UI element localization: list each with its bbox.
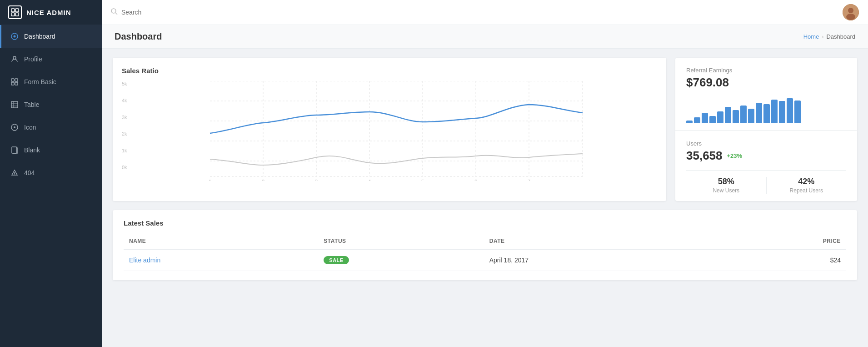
- svg-text:5: 5: [421, 179, 424, 181]
- users-label: Users: [686, 140, 846, 147]
- bar-chart-bar: [794, 101, 801, 123]
- icon-icon: [10, 123, 19, 131]
- sidebar-item-icon[interactable]: Icon: [0, 116, 102, 139]
- repeat-users-label: Repeat Users: [767, 187, 847, 194]
- referral-earnings-amount: $769.08: [686, 75, 846, 90]
- search-input[interactable]: [121, 9, 212, 16]
- new-users-label: New Users: [686, 187, 766, 194]
- sales-ratio-card: Sales Ratio 0k 1k 2k 3k 4k 5k: [113, 58, 666, 201]
- svg-point-19: [15, 174, 15, 175]
- new-users-item: 58% New Users: [686, 177, 766, 194]
- bar-chart-bar: [725, 107, 731, 123]
- 404-icon: [10, 169, 19, 177]
- bar-chart-bar: [748, 109, 754, 123]
- svg-point-23: [848, 8, 853, 13]
- col-name: NAME: [124, 233, 318, 249]
- sidebar-item-404[interactable]: 404: [0, 161, 102, 184]
- bar-chart-bar: [779, 101, 785, 123]
- bar-chart-bar: [771, 100, 778, 123]
- svg-point-24: [846, 14, 855, 20]
- svg-rect-11: [11, 101, 18, 108]
- app-name: NICE ADMIN: [26, 9, 71, 16]
- repeat-users-pct: 42%: [767, 177, 847, 186]
- svg-rect-0: [11, 9, 15, 12]
- latest-sales-card: Latest Sales NAME STATUS DATE PRICE Elit…: [113, 210, 857, 280]
- svg-rect-8: [15, 79, 18, 81]
- referral-earnings-card: Referral Earnings $769.08: [675, 58, 857, 131]
- form-basic-icon: [10, 78, 19, 86]
- col-price: PRICE: [714, 233, 846, 249]
- col-date: DATE: [484, 233, 714, 249]
- col-status: STATUS: [318, 233, 484, 249]
- sidebar-table-label: Table: [24, 101, 39, 108]
- svg-rect-17: [12, 147, 16, 153]
- repeat-users-item: 42% Repeat Users: [766, 177, 847, 194]
- dashboard-icon: [10, 32, 19, 40]
- sidebar-item-dashboard[interactable]: Dashboard: [0, 25, 102, 48]
- users-card: Users 35,658 +23% 58% New Users 42%: [675, 131, 857, 201]
- sidebar-item-blank[interactable]: Blank: [0, 139, 102, 161]
- bar-chart-bar: [702, 113, 708, 123]
- breadcrumb-separator: ›: [822, 34, 823, 40]
- avatar[interactable]: [843, 4, 859, 20]
- svg-text:2: 2: [262, 179, 264, 181]
- breadcrumb-home[interactable]: Home: [803, 33, 819, 40]
- sidebar-item-form-basic[interactable]: Form Basic: [0, 70, 102, 93]
- sales-chart: .grid-line { stroke: #e0e0e0; stroke-wid…: [135, 81, 657, 181]
- avatar-image: [843, 4, 859, 20]
- sidebar-blank-label: Blank: [24, 146, 40, 154]
- sales-ratio-title: Sales Ratio: [122, 67, 657, 75]
- bar-chart-bar: [694, 117, 700, 123]
- sidebar-item-profile[interactable]: Profile: [0, 48, 102, 70]
- svg-text:1: 1: [209, 179, 211, 181]
- bar-chart-bar: [756, 103, 762, 123]
- referral-earnings-label: Referral Earnings: [686, 67, 846, 74]
- bar-chart-bar: [763, 104, 770, 123]
- svg-rect-9: [11, 82, 14, 85]
- users-count: 35,658: [686, 149, 723, 163]
- svg-point-5: [14, 35, 16, 38]
- logo-area: NICE ADMIN: [0, 0, 102, 25]
- chart-y-labels: 0k 1k 2k 3k 4k 5k: [122, 81, 135, 170]
- bar-chart-bar: [740, 106, 747, 123]
- sale-date-cell: April 18, 2017: [484, 249, 714, 271]
- sidebar-item-table[interactable]: Table: [0, 93, 102, 116]
- svg-point-16: [14, 126, 15, 128]
- users-split: 58% New Users 42% Repeat Users: [686, 170, 846, 194]
- blank-icon: [10, 146, 19, 154]
- main-row: Sales Ratio 0k 1k 2k 3k 4k 5k: [113, 58, 857, 201]
- search-icon: [111, 8, 118, 16]
- latest-sales-title: Latest Sales: [124, 219, 846, 227]
- svg-rect-3: [15, 13, 19, 16]
- svg-rect-2: [11, 13, 15, 16]
- sale-price-cell: $24: [714, 249, 846, 271]
- breadcrumb-current: Dashboard: [826, 33, 855, 40]
- main-area: Dashboard Home › Dashboard Sales Ratio 0…: [102, 0, 868, 347]
- users-count-row: 35,658 +23%: [686, 149, 846, 163]
- sale-name-link[interactable]: Elite admin: [129, 256, 160, 264]
- sale-status-cell: SALE: [318, 249, 484, 271]
- sidebar-form-basic-label: Form Basic: [24, 78, 56, 85]
- bar-chart-bar: [733, 110, 739, 123]
- sale-name-cell: Elite admin: [124, 249, 318, 271]
- sales-table-head: NAME STATUS DATE PRICE: [124, 233, 846, 249]
- content: Dashboard Home › Dashboard Sales Ratio 0…: [102, 25, 868, 347]
- svg-line-21: [115, 13, 117, 15]
- search-area: [111, 8, 843, 16]
- svg-text:4: 4: [368, 179, 371, 181]
- users-change: +23%: [727, 152, 743, 159]
- bar-chart-bar: [717, 111, 723, 123]
- sidebar-profile-label: Profile: [24, 55, 42, 63]
- sidebar-icon-label: Icon: [24, 124, 36, 131]
- new-users-pct: 58%: [686, 177, 766, 186]
- status-badge: SALE: [324, 256, 349, 264]
- breadcrumb: Home › Dashboard: [803, 33, 855, 40]
- sales-table: NAME STATUS DATE PRICE Elite adminSALEAp…: [124, 233, 846, 271]
- svg-rect-10: [15, 82, 18, 85]
- sidebar: NICE ADMIN Dashboard Profile: [0, 0, 102, 347]
- logo-icon: [8, 5, 22, 19]
- page-header: Dashboard Home › Dashboard: [102, 25, 868, 49]
- bar-chart-bar: [787, 98, 793, 123]
- topbar: [102, 0, 868, 25]
- bar-chart-bar: [709, 116, 716, 123]
